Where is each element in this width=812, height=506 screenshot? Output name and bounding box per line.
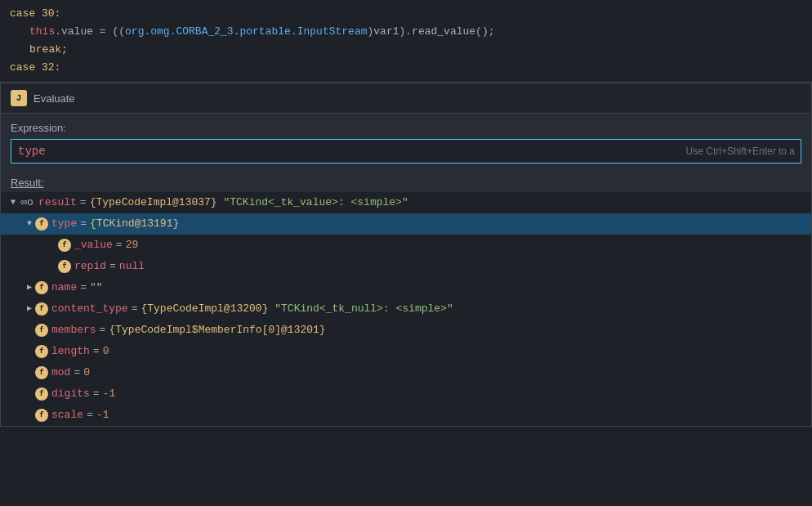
field-name-length: length xyxy=(51,343,90,360)
expression-section: Expression: Use Ctrl+Shift+Enter to a xyxy=(1,114,811,168)
field-name-content-type: content_type xyxy=(51,301,128,317)
field-name-_value: _value xyxy=(74,237,113,253)
tree-row-content-type[interactable]: f content_type = {TypeCodeImpl@13200} "T… xyxy=(1,298,811,320)
field-value-mod: 0 xyxy=(83,365,90,381)
toggle-scale xyxy=(24,410,35,421)
code-keyword: case 30: xyxy=(10,6,60,22)
icon-digits: f xyxy=(35,387,48,401)
tree-row-result[interactable]: ∞o result = {TypeCodeImpl@13037} "TCKind… xyxy=(1,192,811,213)
field-value-scale: -1 xyxy=(96,407,109,423)
icon-repid: f xyxy=(58,260,71,273)
tree-row-name[interactable]: f name = "" xyxy=(1,277,811,298)
tree-row-mod[interactable]: f mod = 0 xyxy=(1,362,811,383)
tree-row-_value[interactable]: f _value = 29 xyxy=(1,235,811,256)
code-line-4: case 32: xyxy=(0,59,812,77)
icon-content-type: f xyxy=(35,302,48,316)
code-keyword-this: this xyxy=(29,25,55,38)
evaluate-title: Evaluate xyxy=(33,92,75,105)
tree-row-scale[interactable]: f scale = -1 xyxy=(1,405,811,426)
field-value-length: 0 xyxy=(103,343,109,360)
evaluate-header: J Evaluate xyxy=(1,83,811,114)
code-keyword-case: case 32: xyxy=(10,60,60,76)
toggle-length xyxy=(24,346,35,357)
toggle-result[interactable] xyxy=(7,197,19,208)
icon-infinity: ∞o xyxy=(19,196,35,209)
hint-text: Use Ctrl+Shift+Enter to a xyxy=(686,146,795,157)
field-name-digits: digits xyxy=(51,386,90,402)
toggle-repid xyxy=(47,261,58,272)
tree-row-type[interactable]: f type = {TCKind@13191} xyxy=(1,213,811,235)
field-value-repid: null xyxy=(119,258,145,275)
tree-container: ∞o result = {TypeCodeImpl@13037} "TCKind… xyxy=(1,192,811,426)
field-name-type: type xyxy=(51,216,77,232)
field-name-name: name xyxy=(51,280,77,296)
field-value-name: "" xyxy=(90,280,103,296)
toggle-_value xyxy=(47,240,58,251)
field-value-result: {TypeCodeImpl@13037} xyxy=(90,195,217,211)
code-editor: case 30: this.value = ((org.omg.CORBA_2_… xyxy=(0,0,812,83)
expression-input[interactable] xyxy=(11,139,801,163)
code-line-1: case 30: xyxy=(0,5,812,23)
result-label: Result: xyxy=(1,173,811,192)
field-value-type: {TCKind@13191} xyxy=(90,216,179,232)
toggle-mod xyxy=(24,367,35,378)
icon-_value: f xyxy=(58,239,71,252)
toggle-name[interactable] xyxy=(24,282,35,293)
icon-scale: f xyxy=(35,409,48,422)
code-line-3: break; xyxy=(0,41,812,59)
field-name-mod: mod xyxy=(51,365,70,381)
field-value-digits: -1 xyxy=(103,386,116,402)
icon-name: f xyxy=(35,281,48,294)
icon-type: f xyxy=(35,217,48,231)
icon-mod: f xyxy=(35,366,48,379)
tree-row-length[interactable]: f length = 0 xyxy=(1,341,811,362)
icon-length: f xyxy=(35,345,48,358)
evaluate-icon: J xyxy=(11,90,27,106)
toggle-members xyxy=(24,325,35,336)
field-name-result: result xyxy=(38,195,77,211)
tree-row-members[interactable]: f members = {TypeCodeImpl$MemberInfo[0]@… xyxy=(1,320,811,341)
evaluate-dialog: J Evaluate Expression: Use Ctrl+Shift+En… xyxy=(0,83,812,427)
field-name-members: members xyxy=(51,322,96,338)
toggle-digits xyxy=(24,388,35,400)
field-value-_value: 29 xyxy=(126,237,139,253)
toggle-type[interactable] xyxy=(24,218,35,230)
tree-row-repid[interactable]: f repid = null xyxy=(1,256,811,277)
expression-input-wrapper: Use Ctrl+Shift+Enter to a xyxy=(11,139,801,163)
field-name-scale: scale xyxy=(51,407,83,423)
tree-row-digits[interactable]: f digits = -1 xyxy=(1,383,811,405)
expression-label: Expression: xyxy=(11,122,801,134)
code-line-2: this.value = ((org.omg.CORBA_2_3.portabl… xyxy=(0,23,812,41)
field-value-members: {TypeCodeImpl$MemberInfo[0]@13201} xyxy=(109,322,325,338)
result-section: Result: ∞o result = {TypeCodeImpl@13037}… xyxy=(1,168,811,426)
icon-members: f xyxy=(35,324,48,337)
field-name-repid: repid xyxy=(74,258,106,275)
field-value-content-type: {TypeCodeImpl@13200} xyxy=(141,301,268,317)
toggle-content-type[interactable] xyxy=(24,303,35,315)
